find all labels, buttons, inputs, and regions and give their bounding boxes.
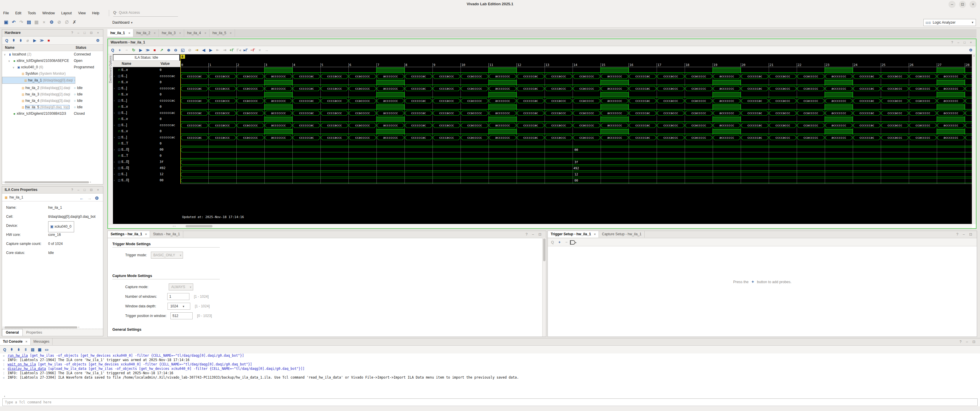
properties-tab-properties[interactable]: Properties: [23, 329, 46, 336]
toggle-line-numbers-icon[interactable]: ▦: [36, 346, 43, 354]
waveform-canvas[interactable]: 0123456789101112131415161718192021222324…: [180, 54, 972, 224]
trigger-disabled-icon[interactable]: ⊘: [186, 46, 193, 54]
expander-chevron-icon[interactable]: ›: [114, 98, 117, 104]
capture-mode-select[interactable]: ALWAYS▼: [169, 284, 193, 290]
hardware-hscrollbar[interactable]: ‹›: [3, 180, 102, 183]
settings-gear-icon[interactable]: ⚙: [93, 194, 101, 203]
run-trigger-icon[interactable]: ▶: [31, 37, 38, 45]
properties-tab-general[interactable]: General: [2, 329, 23, 336]
layout-selector[interactable]: ▤▥Logic Analyzer ▼: [923, 19, 976, 26]
expander-chevron-icon[interactable]: ›: [114, 171, 117, 177]
hardware-tree-row-hw_ila_3[interactable]: ▥hw_ila_3 (tl/daq/daqg[2].daqi○Idle: [2, 91, 103, 97]
maximize-button[interactable]: ⊡: [959, 1, 966, 8]
expander-chevron-icon[interactable]: ›: [114, 110, 117, 116]
waveform-plot[interactable]: 0123456789101112131415161718192021222324…: [180, 54, 972, 224]
signal-row[interactable]: ⊓tl...v0: [113, 79, 180, 85]
settings-tab-settings---hw_ila_1[interactable]: Settings - hw_ila_1×: [108, 231, 150, 237]
stop-trigger-icon[interactable]: ■: [45, 37, 52, 45]
tcl-tab-tcl-console[interactable]: Tcl Console×: [0, 338, 31, 345]
expander-chevron-icon[interactable]: ›: [114, 86, 117, 92]
delete-icon[interactable]: ×: [256, 46, 263, 54]
stop-trigger-icon[interactable]: ■: [151, 46, 158, 54]
document-tab-hw_ila_3[interactable]: hw_ila_3×: [159, 29, 184, 37]
remove-probe-icon[interactable]: −: [123, 46, 130, 54]
signal-row[interactable]: ⊓tl...T0: [113, 153, 180, 159]
run-disabled-icon[interactable]: ⊘: [56, 18, 63, 27]
signal-row[interactable]: ›◫tl...0]00: [113, 147, 180, 153]
expander-chevron-icon[interactable]: ∨: [8, 58, 12, 64]
copy-icon[interactable]: ▦: [33, 18, 40, 27]
waveform-panel-header[interactable]: Waveform - hw_ila_1 ? – □ ×: [108, 39, 976, 46]
expander-chevron-icon[interactable]: ›: [114, 122, 117, 129]
signal-row[interactable]: ⊓tl...v0: [113, 128, 180, 134]
dashboard-dropdown[interactable]: Dashboard ▼: [112, 18, 133, 28]
rerun-trigger-icon[interactable]: ↻: [130, 46, 137, 54]
expander-chevron-icon[interactable]: ›: [114, 177, 117, 183]
redo-icon[interactable]: ↷: [18, 18, 25, 27]
add-probe-icon[interactable]: +: [751, 279, 754, 284]
close-button[interactable]: ×: [969, 1, 977, 8]
add-probe-icon[interactable]: +: [556, 238, 563, 246]
trigger-setup-tab-trigger-setup---hw_ila_1[interactable]: Trigger Setup - hw_ila_1×: [548, 231, 599, 237]
cancel-run-icon[interactable]: ✗: [71, 18, 78, 27]
panel-window-buttons[interactable]: ? – □ ×: [951, 39, 974, 46]
menu-file[interactable]: File: [0, 9, 12, 18]
remove-marker-icon[interactable]: −Γ: [249, 46, 256, 54]
run-trigger-immediate-icon[interactable]: ≫: [38, 37, 45, 45]
tcl-console-log[interactable]: ⊖run_hw_ila [get_hw_ilas -of_objects [ge…: [0, 354, 980, 393]
report-icon[interactable]: ▤: [25, 18, 33, 27]
hardware-tree-row-sysmon[interactable]: ▥SysMon (System Monitor): [2, 70, 103, 77]
copy-icon[interactable]: ▤: [29, 346, 36, 354]
signal-row[interactable]: ›◫tl...]ccccccac: [113, 85, 180, 91]
next-transition-icon[interactable]: ▸Γ: [242, 46, 249, 54]
undo-view-icon[interactable]: ⇤: [214, 46, 221, 54]
forward-arrow-icon[interactable]: →: [86, 194, 93, 203]
goto-trigger-icon[interactable]: ⇥: [193, 46, 200, 54]
run-trigger-icon[interactable]: ▶: [137, 46, 144, 54]
hardware-tree-row-hw_ila_5[interactable]: ▥hw_ila_5 (tl/daq/g0.daq_top)○Idle: [2, 104, 103, 110]
properties-hscrollbar[interactable]: ‹›: [3, 325, 102, 329]
redo-view-icon[interactable]: ⇥: [221, 46, 228, 54]
panel-window-buttons[interactable]: ? – □ ⊡ ×: [71, 186, 101, 193]
document-tab-hw_ila_4[interactable]: hw_ila_4×: [184, 29, 210, 37]
signal-row[interactable]: ›◫tl...]ccccccac: [113, 134, 180, 140]
search-icon[interactable]: Q: [1, 346, 8, 354]
trigger-setup-tab-capture-setup---hw_ila_1[interactable]: Capture Setup - hw_ila_1: [599, 231, 644, 237]
auto-connect-icon[interactable]: ⌀: [24, 37, 31, 45]
zoom-fit-icon[interactable]: ◱: [179, 46, 186, 54]
signal-row[interactable]: ›◫tl...]ccccccac: [113, 97, 180, 104]
hardware-panel-header[interactable]: Hardware ? – □ ⊡ ×: [2, 29, 103, 37]
signal-row[interactable]: ⊓tl...v0: [113, 116, 180, 122]
fold-icon[interactable]: ⊖: [0, 358, 8, 363]
hardware-tree-row-xcku040_0[interactable]: ∨▣xcku040_0 (6)Programmed: [2, 64, 103, 70]
quick-access-search[interactable]: Q‧Quick Access: [113, 11, 178, 17]
hardware-tree-row-xilinx_tcf-digilent-210308b41d3[interactable]: ■xilinx_tcf/Digilent/210308B41D3Closed: [2, 110, 103, 117]
panel-window-buttons[interactable]: ? – ⊡: [959, 338, 977, 345]
waveform-hscrollbar[interactable]: ‹ ›: [108, 224, 972, 228]
waveform-vscrollbar[interactable]: ∧: [972, 54, 976, 224]
expander-chevron-icon[interactable]: ∨: [13, 64, 16, 70]
open-hardware-manager-icon[interactable]: ▣: [2, 18, 10, 27]
collapse-all-icon[interactable]: ⇞: [8, 346, 15, 354]
menu-edit[interactable]: Edit: [12, 9, 24, 18]
number-of-windows-input[interactable]: 1: [167, 293, 189, 300]
trigger-position-input[interactable]: 512: [170, 312, 192, 319]
zoom-in-icon[interactable]: ⊕: [165, 46, 172, 54]
signal-row[interactable]: ⊓tl...v0: [113, 91, 180, 97]
expander-chevron-icon[interactable]: ›: [114, 165, 117, 171]
expand-all-icon[interactable]: ⇟: [17, 37, 24, 45]
scroll-thumb[interactable]: [186, 225, 212, 228]
signal-row[interactable]: ›◫tl...]ccccccac: [113, 73, 180, 79]
dashboard-options-side-tab[interactable]: Dashboard Options: [108, 54, 113, 228]
hardware-tree-row-hw_ila_4[interactable]: ▥hw_ila_4 (tl/daq/daqg[3].daqi○Idle: [2, 97, 103, 104]
run-immediate-icon[interactable]: ≫: [144, 46, 151, 54]
expander-chevron-icon[interactable]: ›: [114, 159, 117, 165]
document-tab-hw_ila_2[interactable]: hw_ila_2×: [134, 29, 159, 37]
fold-icon[interactable]: ⊖: [0, 367, 8, 371]
signal-row[interactable]: ⊓tl...T0: [113, 140, 180, 147]
settings-gear-icon[interactable]: ⚙: [48, 18, 56, 27]
tcl-tab-messages[interactable]: Messages: [31, 338, 53, 345]
document-tab-hw_ila_1[interactable]: hw_ila_1×: [107, 29, 134, 37]
signal-row[interactable]: ›◫tl...]ccccccac: [113, 110, 180, 116]
hardware-tree-row-localhost[interactable]: ∨▮localhost (2)Connected: [2, 51, 103, 57]
